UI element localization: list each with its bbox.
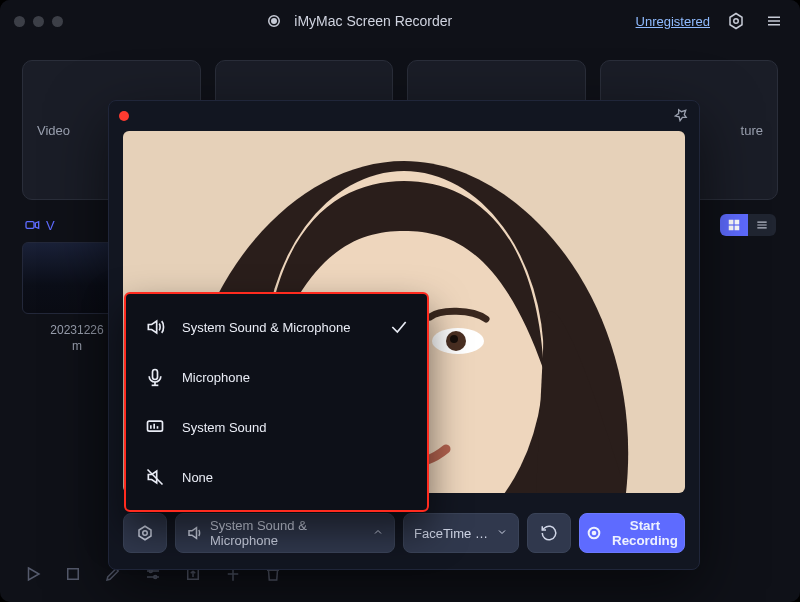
overlay-titlebar bbox=[109, 101, 699, 131]
files-tab-video[interactable]: V bbox=[24, 217, 55, 233]
titlebar: iMyMac Screen Recorder Unregistered bbox=[0, 0, 800, 42]
settings-icon[interactable] bbox=[724, 9, 748, 33]
audio-menu-item-label: System Sound & Microphone bbox=[182, 320, 350, 335]
svg-rect-12 bbox=[735, 226, 740, 231]
rotate-ccw-icon bbox=[540, 524, 558, 542]
mode-card-label: ture bbox=[739, 119, 765, 142]
play-icon[interactable] bbox=[22, 563, 44, 585]
menu-icon[interactable] bbox=[762, 9, 786, 33]
camera-source-dropdown[interactable]: FaceTime … bbox=[403, 513, 519, 553]
start-recording-label: Start Recording bbox=[612, 518, 678, 548]
svg-rect-7 bbox=[26, 222, 34, 229]
title-center: iMyMac Screen Recorder bbox=[79, 9, 636, 33]
gear-hex-icon bbox=[136, 524, 154, 542]
overlay-settings-button[interactable] bbox=[123, 513, 167, 553]
audio-source-dropdown[interactable]: System Sound & Microphone bbox=[175, 513, 395, 553]
microphone-icon bbox=[144, 366, 166, 388]
view-grid-button[interactable] bbox=[720, 214, 748, 236]
speaker-off-icon bbox=[144, 466, 166, 488]
audio-menu-item-system-and-mic[interactable]: System Sound & Microphone bbox=[126, 302, 427, 352]
chevron-up-icon bbox=[372, 526, 384, 541]
svg-point-1 bbox=[272, 19, 277, 24]
svg-marker-16 bbox=[29, 568, 40, 580]
pin-icon[interactable] bbox=[673, 107, 689, 126]
files-header-left: V bbox=[24, 217, 55, 233]
svg-rect-10 bbox=[735, 220, 740, 225]
record-indicator-icon bbox=[119, 111, 129, 121]
window-minimize-dot[interactable] bbox=[33, 16, 44, 27]
crop-icon[interactable] bbox=[62, 563, 84, 585]
traffic-lights bbox=[14, 16, 63, 27]
app-logo-icon bbox=[262, 9, 286, 33]
svg-rect-9 bbox=[729, 220, 734, 225]
svg-marker-8 bbox=[35, 222, 38, 229]
audio-menu-item-system-sound[interactable]: System Sound bbox=[126, 402, 427, 452]
audio-menu-item-label: None bbox=[182, 470, 213, 485]
chevron-down-icon bbox=[496, 526, 508, 541]
svg-point-32 bbox=[450, 335, 458, 343]
system-audio-icon bbox=[144, 416, 166, 438]
check-icon bbox=[389, 317, 409, 337]
speaker-icon bbox=[186, 524, 204, 542]
main-body: Video ture V 20231226 m bbox=[0, 42, 800, 602]
audio-source-menu: System Sound & Microphone Microphone Sys… bbox=[124, 292, 429, 512]
svg-point-34 bbox=[143, 531, 148, 536]
title-right: Unregistered bbox=[636, 9, 786, 33]
svg-marker-2 bbox=[730, 14, 742, 29]
svg-rect-37 bbox=[153, 370, 158, 380]
camera-source-label: FaceTime … bbox=[414, 526, 488, 541]
view-list-button[interactable] bbox=[748, 214, 776, 236]
svg-rect-17 bbox=[68, 569, 79, 580]
svg-marker-33 bbox=[139, 526, 151, 540]
unregistered-link[interactable]: Unregistered bbox=[636, 14, 710, 29]
audio-menu-item-label: Microphone bbox=[182, 370, 250, 385]
app-title: iMyMac Screen Recorder bbox=[294, 13, 452, 29]
files-tab-label: V bbox=[46, 218, 55, 233]
mode-card-label: Video bbox=[35, 119, 72, 142]
start-recording-button[interactable]: Start Recording bbox=[579, 513, 685, 553]
audio-source-label: System Sound & Microphone bbox=[210, 518, 364, 548]
audio-menu-item-microphone[interactable]: Microphone bbox=[126, 352, 427, 402]
reset-button[interactable] bbox=[527, 513, 571, 553]
view-toggle bbox=[720, 214, 776, 236]
speaker-waves-icon bbox=[144, 316, 166, 338]
window-zoom-dot[interactable] bbox=[52, 16, 63, 27]
svg-point-36 bbox=[592, 531, 597, 536]
audio-menu-item-label: System Sound bbox=[182, 420, 267, 435]
audio-menu-item-none[interactable]: None bbox=[126, 452, 427, 502]
svg-rect-11 bbox=[729, 226, 734, 231]
window-close-dot[interactable] bbox=[14, 16, 25, 27]
record-circle-icon bbox=[586, 525, 602, 541]
svg-point-3 bbox=[734, 19, 739, 24]
overlay-controls: System Sound & Microphone FaceTime … bbox=[123, 511, 685, 555]
app-window: { "titlebar": { "app_name": "iMyMac Scre… bbox=[0, 0, 800, 602]
